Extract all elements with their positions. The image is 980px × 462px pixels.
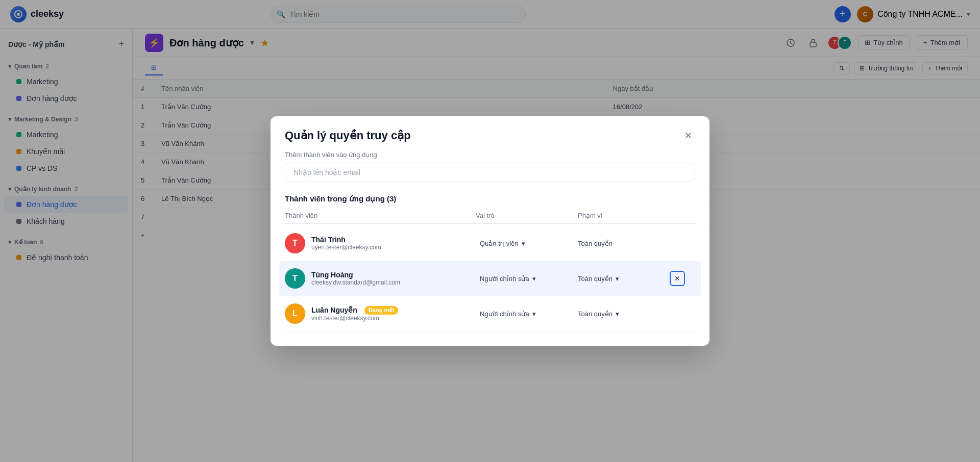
scope-select-tung-hoang[interactable]: Toàn quyền ▾ bbox=[578, 275, 670, 283]
role-label: Quản trị viên bbox=[480, 240, 519, 247]
access-management-modal: Quản lý quyền truy cập ✕ Thêm thành viên… bbox=[271, 116, 709, 346]
scope-select-thai-trinh[interactable]: Toàn quyền bbox=[578, 240, 670, 247]
role-select-tung-hoang[interactable]: Người chỉnh sửa ▾ bbox=[476, 273, 578, 285]
members-section: Thành viên trong ứng dụng (3) Thành viên… bbox=[285, 194, 695, 331]
avatar-luan-nguyen: L bbox=[285, 303, 305, 324]
member-email: uyen.tester@cleeksy.com bbox=[311, 244, 381, 251]
member-info-thai-trinh: T Thái Trinh uyen.tester@cleeksy.com bbox=[285, 233, 476, 253]
member-info-tung-hoang: T Tùng Hoàng cleeksy.dw.standard@gmail.c… bbox=[285, 268, 476, 289]
member-details-luan-nguyen: Luân Nguyễn Đang mới vinh.tester@cleeksy… bbox=[311, 306, 398, 322]
avatar-tung-hoang: T bbox=[285, 268, 305, 289]
col-header-role: Vai trò bbox=[476, 212, 578, 219]
role-select-luan-nguyen[interactable]: Người chỉnh sửa ▾ bbox=[476, 308, 578, 320]
member-email: vinh.tester@cleeksy.com bbox=[311, 315, 398, 322]
member-name: Luân Nguyễn bbox=[311, 306, 357, 314]
role-label: Người chỉnh sửa bbox=[480, 275, 529, 283]
member-info-luan-nguyen: L Luân Nguyễn Đang mới vinh.tester@cleek… bbox=[285, 303, 476, 324]
modal-title: Quản lý quyền truy cập bbox=[285, 129, 411, 142]
chevron-down-icon: ▾ bbox=[522, 240, 525, 247]
scope-select-luan-nguyen[interactable]: Toàn quyền ▾ bbox=[578, 310, 670, 318]
member-name: Thái Trinh bbox=[311, 236, 381, 244]
scope-label: Toàn quyền bbox=[578, 275, 612, 283]
remove-tung-hoang-button[interactable]: ✕ bbox=[670, 271, 685, 286]
member-details-thai-trinh: Thái Trinh uyen.tester@cleeksy.com bbox=[311, 236, 381, 251]
scope-label: Toàn quyền bbox=[578, 240, 612, 247]
modal-close-button[interactable]: ✕ bbox=[681, 129, 695, 143]
members-table-header: Thành viên Vai trò Phạm vi bbox=[285, 212, 695, 224]
chevron-down-icon: ▾ bbox=[532, 275, 536, 283]
col-header-member: Thành viên bbox=[285, 212, 476, 219]
role-label: Người chỉnh sửa bbox=[480, 310, 529, 318]
role-select-thai-trinh[interactable]: Quản trị viên ▾ bbox=[476, 238, 578, 249]
modal-body: Thêm thành viên vào ứng dụng Thành viên … bbox=[271, 151, 709, 346]
member-details-tung-hoang: Tùng Hoàng cleeksy.dw.standard@gmail.com bbox=[311, 271, 400, 286]
members-title: Thành viên trong ứng dụng (3) bbox=[285, 194, 695, 203]
invite-input[interactable] bbox=[285, 163, 695, 182]
avatar-thai-trinh: T bbox=[285, 233, 305, 253]
col-header-action bbox=[670, 212, 695, 219]
scope-label: Toàn quyền bbox=[578, 310, 612, 318]
chevron-down-icon: ▾ bbox=[532, 310, 536, 318]
member-row-tung-hoang: T Tùng Hoàng cleeksy.dw.standard@gmail.c… bbox=[279, 261, 701, 296]
chevron-down-icon: ▾ bbox=[616, 275, 619, 283]
modal-overlay: Quản lý quyền truy cập ✕ Thêm thành viên… bbox=[0, 0, 980, 462]
member-row-luan-nguyen: L Luân Nguyễn Đang mới vinh.tester@cleek… bbox=[285, 296, 695, 331]
member-row-thai-trinh: T Thái Trinh uyen.tester@cleeksy.com Quả… bbox=[285, 226, 695, 261]
modal-header: Quản lý quyền truy cập ✕ bbox=[271, 116, 709, 151]
invite-label: Thêm thành viên vào ứng dụng bbox=[285, 151, 695, 159]
col-header-scope: Phạm vi bbox=[578, 212, 670, 219]
name-row: Luân Nguyễn Đang mới bbox=[311, 306, 398, 315]
member-name: Tùng Hoàng bbox=[311, 271, 400, 279]
badge-new: Đang mới bbox=[364, 306, 398, 315]
member-email: cleeksy.dw.standard@gmail.com bbox=[311, 279, 400, 286]
chevron-down-icon: ▾ bbox=[616, 310, 619, 318]
